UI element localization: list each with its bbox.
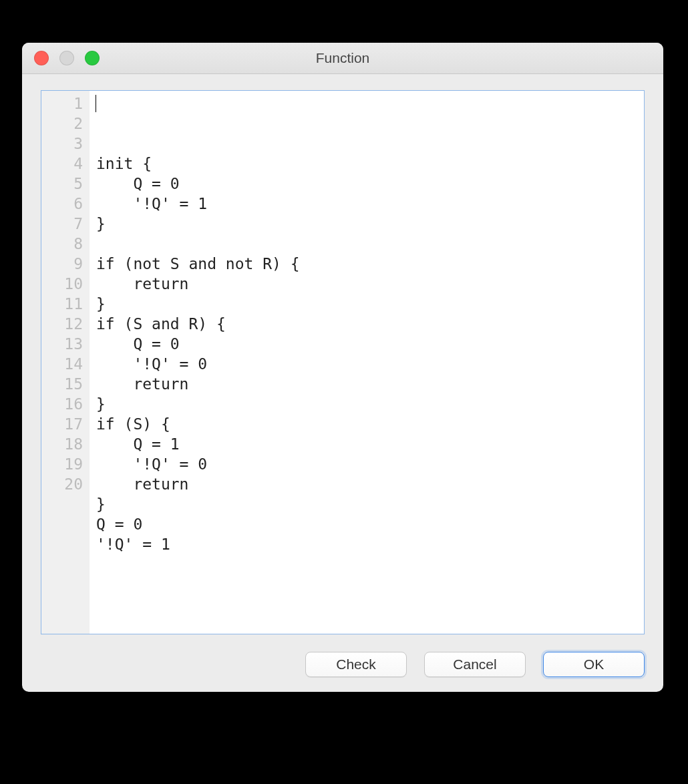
line-number: 2	[52, 114, 83, 134]
line-number: 16	[52, 394, 83, 414]
code-line[interactable]: Q = 1	[96, 434, 637, 454]
cancel-button[interactable]: Cancel	[424, 652, 526, 677]
check-button[interactable]: Check	[305, 652, 407, 677]
line-number: 11	[52, 294, 83, 314]
line-number: 13	[52, 334, 83, 354]
code-line[interactable]	[96, 234, 637, 254]
line-number: 14	[52, 354, 83, 374]
line-number: 18	[52, 434, 83, 454]
code-line[interactable]: }	[96, 294, 637, 314]
code-line[interactable]: Q = 0	[96, 334, 637, 354]
code-line[interactable]: if (not S and not R) {	[96, 254, 637, 274]
text-cursor	[96, 95, 96, 112]
button-bar: Check Cancel OK	[41, 634, 645, 677]
dialog-window: Function 1234567891011121314151617181920…	[22, 43, 663, 692]
line-number: 1	[52, 93, 83, 114]
code-line[interactable]: init {	[96, 154, 637, 174]
code-line[interactable]: }	[96, 214, 637, 234]
line-number: 7	[52, 214, 83, 234]
line-number: 17	[52, 414, 83, 434]
line-number: 20	[52, 474, 83, 494]
close-icon[interactable]	[34, 51, 49, 65]
line-number: 4	[52, 154, 83, 174]
zoom-icon[interactable]	[85, 51, 100, 65]
window-title: Function	[22, 50, 663, 66]
code-line[interactable]: }	[96, 394, 637, 414]
code-line[interactable]: Q = 0	[96, 514, 637, 534]
line-number: 15	[52, 374, 83, 394]
code-line[interactable]: '!Q' = 0	[96, 454, 637, 474]
code-editor[interactable]: 1234567891011121314151617181920 init { Q…	[41, 90, 645, 634]
code-line[interactable]: }	[96, 494, 637, 514]
code-line[interactable]: Q = 0	[96, 174, 637, 194]
line-number: 6	[52, 194, 83, 214]
code-line[interactable]: if (S and R) {	[96, 314, 637, 334]
code-line[interactable]: if (S) {	[96, 414, 637, 434]
line-number-gutter: 1234567891011121314151617181920	[41, 91, 90, 634]
minimize-icon	[59, 51, 74, 65]
line-number: 9	[52, 254, 83, 274]
code-line[interactable]: '!Q' = 1	[96, 534, 637, 554]
ok-button[interactable]: OK	[543, 652, 645, 677]
code-line[interactable]: '!Q' = 0	[96, 354, 637, 374]
dialog-content: 1234567891011121314151617181920 init { Q…	[22, 74, 663, 692]
line-number: 5	[52, 174, 83, 194]
code-line[interactable]: return	[96, 274, 637, 294]
code-line[interactable]: '!Q' = 1	[96, 194, 637, 214]
titlebar: Function	[22, 43, 663, 74]
code-line[interactable]: return	[96, 474, 637, 494]
line-number: 3	[52, 134, 83, 154]
line-number: 19	[52, 454, 83, 474]
line-number: 8	[52, 234, 83, 254]
line-number: 12	[52, 314, 83, 334]
line-number: 10	[52, 274, 83, 294]
traffic-lights	[34, 51, 100, 65]
code-line[interactable]: return	[96, 374, 637, 394]
code-area[interactable]: init { Q = 0 '!Q' = 1}if (not S and not …	[90, 91, 644, 634]
